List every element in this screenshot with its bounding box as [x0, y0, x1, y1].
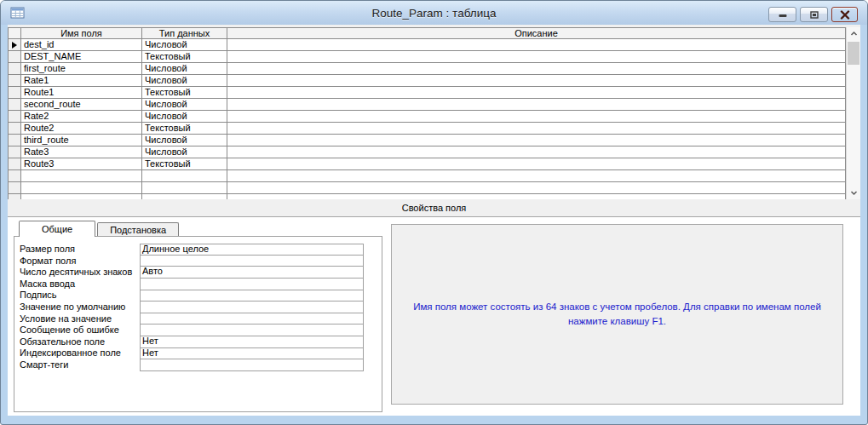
restore-button[interactable]	[800, 7, 828, 22]
property-label: Сообщение об ошибке	[20, 324, 140, 336]
property-input-indexed[interactable]: Нет	[140, 348, 364, 360]
field-name-cell[interactable]: Route2	[21, 123, 142, 135]
data-type-cell[interactable]: Текстовый	[142, 87, 227, 99]
close-button[interactable]	[831, 7, 858, 22]
description-cell[interactable]	[227, 99, 846, 111]
properties-pane: Общие Подстановка Размер поля Длинное це…	[8, 217, 860, 416]
field-name-cell[interactable]	[21, 170, 142, 182]
row-selector[interactable]	[8, 99, 21, 111]
tab-lookup[interactable]: Подстановка	[97, 222, 179, 237]
row-selector[interactable]	[8, 39, 21, 51]
vertical-scrollbar[interactable]	[846, 27, 860, 199]
row-selector[interactable]	[8, 170, 21, 182]
property-input-caption[interactable]	[140, 290, 364, 302]
restore-icon	[809, 10, 819, 20]
description-cell[interactable]	[227, 87, 846, 99]
row-selector[interactable]	[8, 146, 21, 158]
data-type-cell[interactable]: Числовой	[142, 75, 227, 87]
scrollbar-thumb[interactable]	[848, 42, 859, 65]
description-cell[interactable]	[227, 39, 846, 51]
field-name-cell[interactable]: Route1	[21, 87, 142, 99]
description-cell[interactable]	[227, 123, 846, 135]
row-selector[interactable]	[8, 75, 21, 87]
description-cell[interactable]	[227, 135, 846, 146]
description-cell[interactable]	[227, 182, 846, 194]
property-row: Сообщение об ошибке	[20, 324, 382, 336]
description-cell[interactable]	[227, 158, 846, 170]
table-icon[interactable]	[10, 6, 25, 20]
scroll-down-button[interactable]	[847, 187, 860, 199]
field-name-cell[interactable]: DEST_NAME	[21, 51, 142, 63]
data-type-cell[interactable]: Текстовый	[142, 123, 227, 135]
row-selector[interactable]	[8, 123, 21, 135]
property-input-validation-rule[interactable]	[140, 313, 364, 325]
field-name-cell[interactable]: dest_id	[21, 39, 142, 51]
description-cell[interactable]	[227, 51, 846, 63]
description-cell[interactable]	[227, 146, 846, 158]
property-input-required[interactable]: Нет	[140, 336, 364, 348]
property-input-input-mask[interactable]	[140, 279, 364, 290]
property-input-format[interactable]	[140, 256, 364, 267]
property-label: Размер поля	[20, 244, 140, 256]
property-input-default-value[interactable]	[140, 302, 364, 313]
property-label: Число десятичных знаков	[20, 267, 140, 279]
property-row: Подпись	[20, 290, 382, 302]
data-type-cell[interactable]: Текстовый	[142, 51, 227, 63]
data-type-cell[interactable]: Текстовый	[142, 158, 227, 170]
row-selector-header	[8, 27, 21, 39]
table-row: Rate1 Числовой	[8, 75, 846, 87]
scrollbar-track[interactable]	[847, 65, 860, 187]
row-selector[interactable]	[8, 135, 21, 146]
property-label: Индексированное поле	[20, 347, 140, 359]
table-row: Route2 Текстовый	[8, 123, 846, 135]
help-text: Имя поля может состоять из 64 знаков с у…	[392, 300, 842, 330]
table-row: Rate3 Числовой	[8, 146, 846, 158]
field-name-cell[interactable]: first_route	[21, 63, 142, 75]
row-selector[interactable]	[8, 111, 21, 123]
property-row: Размер поля Длинное целое	[20, 244, 382, 256]
property-input-smart-tags[interactable]	[140, 359, 364, 371]
field-name-cell[interactable]: Rate2	[21, 111, 142, 123]
help-panel: Имя поля может состоять из 64 знаков с у…	[391, 224, 843, 405]
property-row: Маска ввода	[20, 279, 382, 290]
description-cell[interactable]	[227, 111, 846, 123]
property-row: Число десятичных знаков Авто	[20, 267, 382, 279]
property-row: Индексированное поле Нет	[20, 347, 382, 359]
field-grid: Имя поля Тип данных Описание dest_id Чис…	[8, 27, 860, 199]
field-name-cell[interactable]: third_route	[21, 135, 142, 146]
field-name-cell[interactable]: Rate1	[21, 75, 142, 87]
data-type-cell[interactable]: Числовой	[142, 111, 227, 123]
titlebar[interactable]: Route_Param : таблица	[1, 1, 867, 25]
data-type-cell[interactable]	[142, 170, 227, 182]
design-view-content: Имя поля Тип данных Описание dest_id Чис…	[8, 25, 860, 416]
row-selector[interactable]	[8, 87, 21, 99]
data-type-cell[interactable]: Числовой	[142, 135, 227, 146]
property-label: Маска ввода	[20, 279, 140, 290]
data-type-cell[interactable]: Числовой	[142, 146, 227, 158]
scroll-up-button[interactable]	[847, 27, 860, 40]
row-selector[interactable]	[8, 51, 21, 63]
current-row-arrow-icon	[12, 42, 17, 49]
data-type-cell[interactable]: Числовой	[142, 39, 227, 51]
row-selector[interactable]	[8, 182, 21, 194]
property-input-decimal-places[interactable]: Авто	[140, 267, 364, 279]
property-input-field-size[interactable]: Длинное целое	[140, 244, 364, 255]
column-header-description: Описание	[227, 27, 846, 39]
field-name-cell[interactable]: Rate3	[21, 146, 142, 158]
description-cell[interactable]	[227, 75, 846, 87]
description-cell[interactable]	[227, 63, 846, 75]
data-type-cell[interactable]: Числовой	[142, 99, 227, 111]
field-name-cell[interactable]: second_route	[21, 99, 142, 111]
row-selector[interactable]	[8, 63, 21, 75]
description-cell[interactable]	[227, 170, 846, 182]
column-header-field-name: Имя поля	[21, 27, 142, 39]
tab-general[interactable]: Общие	[19, 221, 95, 237]
property-input-validation-text[interactable]	[140, 324, 364, 336]
row-selector[interactable]	[8, 158, 21, 170]
field-name-cell[interactable]	[21, 182, 142, 194]
data-type-cell[interactable]	[142, 182, 227, 194]
field-name-cell[interactable]: Route3	[21, 158, 142, 170]
data-type-cell[interactable]: Числовой	[142, 63, 227, 75]
minimize-button[interactable]	[768, 7, 796, 22]
window-title: Route_Param : таблица	[1, 7, 867, 20]
